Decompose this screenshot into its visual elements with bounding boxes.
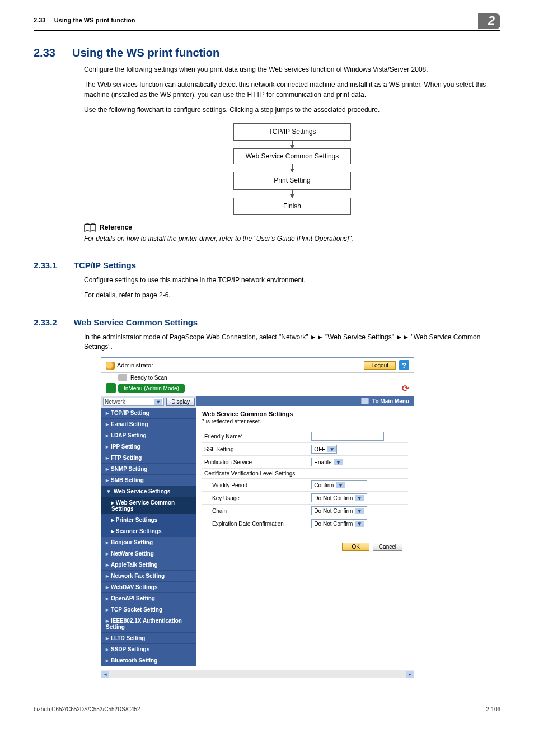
sidebar-item-label: Bluetooth Setting bbox=[111, 657, 157, 664]
sidebar-item-label: AppleTalk Setting bbox=[111, 562, 158, 568]
cancel-button[interactable]: Cancel bbox=[373, 543, 402, 551]
chevron-down-icon: ▼ bbox=[327, 446, 336, 452]
sidebar-item-ssdp[interactable]: ▸SSDP Settings bbox=[101, 644, 196, 655]
s1-title: TCP/IP Settings bbox=[74, 260, 136, 270]
flowchart: TCP/IP Settings Web Service Common Setti… bbox=[233, 123, 351, 216]
sidebar-item-wss[interactable]: ▼Web Service Settings bbox=[101, 486, 196, 497]
flow-print[interactable]: Print Setting bbox=[233, 172, 351, 189]
sidebar-item-ipp[interactable]: ▸IPP Setting bbox=[101, 441, 196, 452]
sidebar-item-label: SNMP Setting bbox=[111, 466, 147, 472]
sidebar: Network ▼ Display ▸TCP/IP Setting ▸E-mai… bbox=[101, 396, 196, 670]
sidebar-item-email[interactable]: ▸E-mail Setting bbox=[101, 419, 196, 430]
s2-num: 2.33.2 bbox=[34, 318, 57, 327]
category-select[interactable]: Network ▼ bbox=[103, 398, 164, 406]
sidebar-item-webdav[interactable]: ▸WebDAV Settings bbox=[101, 582, 196, 593]
sidebar-item-appletalk[interactable]: ▸AppleTalk Setting bbox=[101, 559, 196, 571]
sidebar-item-smb[interactable]: ▸SMB Setting bbox=[101, 475, 196, 486]
chain-label: Chain bbox=[202, 505, 309, 517]
sidebar-item-label: LDAP Setting bbox=[111, 432, 147, 438]
sidebar-item-label: FTP Setting bbox=[111, 455, 142, 461]
sidebar-item-tcpsock[interactable]: ▸TCP Socket Setting bbox=[101, 604, 196, 615]
expiration-select[interactable]: Do Not Confirm▼ bbox=[311, 519, 367, 528]
cert-level-label: Certificate Verification Level Settings bbox=[202, 469, 408, 479]
sidebar-item-lltd[interactable]: ▸LLTD Setting bbox=[101, 633, 196, 644]
sidebar-item-label: Web Service Settings bbox=[114, 488, 171, 494]
reference-text: For details on how to install the printe… bbox=[84, 234, 500, 244]
sidebar-item-label: Scanner Settings bbox=[116, 528, 162, 534]
scroll-left-icon[interactable]: ◂ bbox=[101, 671, 109, 678]
sidebar-item-ieee[interactable]: ▸IEEE802.1X Authentication Setting bbox=[101, 615, 196, 633]
sidebar-item-label: SSDP Settings bbox=[111, 646, 149, 652]
sidebar-item-netware[interactable]: ▸NetWare Setting bbox=[101, 548, 196, 559]
s2-p1: In the administrator mode of PageScope W… bbox=[84, 333, 500, 352]
admin-ui-screenshot: Administrator Logout ? Ready to Scan InM… bbox=[101, 357, 414, 678]
book-icon bbox=[84, 223, 96, 232]
sidebar-item-label: TCP/IP Setting bbox=[111, 410, 149, 416]
intro-p1: Configure the following settings when yo… bbox=[84, 65, 500, 74]
s1-p2: For details, refer to page 2-6. bbox=[84, 291, 500, 300]
intro-p2: The Web services function can automatica… bbox=[84, 80, 500, 100]
sidebar-item-openapi[interactable]: ▸OpenAPI Setting bbox=[101, 593, 196, 604]
form-note: * is reflected after reset. bbox=[202, 418, 408, 424]
sidebar-item-label: Network Fax Setting bbox=[111, 573, 165, 579]
validity-select[interactable]: Confirm▼ bbox=[311, 480, 367, 489]
sidebar-sub-printer[interactable]: ▸ Printer Settings bbox=[101, 515, 196, 526]
flow-tcpip[interactable]: TCP/IP Settings bbox=[233, 123, 351, 141]
horizontal-scrollbar[interactable]: ◂ ▸ bbox=[101, 670, 414, 678]
chevron-down-icon: ▼ bbox=[355, 521, 364, 527]
ssl-select[interactable]: OFF▼ bbox=[311, 445, 337, 454]
header-section-title: Using the WS print function bbox=[54, 17, 135, 24]
logout-button[interactable]: Logout bbox=[364, 361, 396, 370]
administrator-label: Administrator bbox=[106, 362, 153, 368]
h1-num: 2.33 bbox=[34, 46, 55, 59]
friendly-name-label: Friendly Name* bbox=[202, 430, 309, 443]
scroll-right-icon[interactable]: ▸ bbox=[406, 671, 414, 678]
sidebar-sub-scanner[interactable]: ▸ Scanner Settings bbox=[101, 526, 196, 537]
sidebar-item-bonjour[interactable]: ▸Bonjour Setting bbox=[101, 537, 196, 548]
display-button[interactable]: Display bbox=[166, 398, 195, 406]
friendly-name-input[interactable] bbox=[311, 432, 384, 441]
sidebar-item-label: WebDAV Settings bbox=[111, 584, 158, 590]
form-title: Web Service Common Settings bbox=[202, 410, 408, 417]
sidebar-item-bt[interactable]: ▸Bluetooth Setting bbox=[101, 655, 196, 666]
chapter-badge: 2 bbox=[478, 13, 500, 29]
refresh-icon[interactable]: ⟳ bbox=[402, 383, 409, 394]
help-button[interactable]: ? bbox=[399, 360, 409, 370]
flow-wscs[interactable]: Web Service Common Settings bbox=[233, 148, 351, 164]
sidebar-item-label: E-mail Setting bbox=[111, 421, 148, 427]
to-main-menu-link[interactable]: To Main Menu bbox=[372, 398, 409, 404]
s2-title: Web Service Common Settings bbox=[74, 318, 198, 327]
chevron-down-icon: ▼ bbox=[336, 482, 345, 488]
sidebar-item-label: SMB Setting bbox=[111, 477, 144, 483]
keyusage-label: Key Usage bbox=[202, 492, 309, 505]
keyusage-select[interactable]: Do Not Confirm▼ bbox=[311, 493, 367, 502]
h1-text: Using the WS print function bbox=[72, 46, 219, 59]
sidebar-sub-wscs[interactable]: ▸ Web Service Common Settings bbox=[101, 497, 196, 515]
flow-arrow bbox=[292, 190, 293, 198]
header-section-num: 2.33 bbox=[34, 17, 45, 24]
s1-num: 2.33.1 bbox=[34, 260, 57, 270]
sidebar-item-netfax[interactable]: ▸Network Fax Setting bbox=[101, 571, 196, 582]
pubservice-select[interactable]: Enable▼ bbox=[311, 458, 343, 466]
sidebar-item-tcpip[interactable]: ▸TCP/IP Setting bbox=[101, 408, 196, 419]
sidebar-item-snmp[interactable]: ▸SNMP Setting bbox=[101, 464, 196, 475]
select-value: Do Not Confirm bbox=[312, 495, 355, 501]
chain-select[interactable]: Do Not Confirm▼ bbox=[311, 506, 367, 515]
select-value: Do Not Confirm bbox=[312, 521, 355, 527]
chevron-down-icon: ▼ bbox=[154, 399, 162, 405]
ok-button[interactable]: OK bbox=[342, 543, 369, 551]
sidebar-item-label: LLTD Setting bbox=[111, 635, 145, 641]
sidebar-item-ldap[interactable]: ▸LDAP Setting bbox=[101, 430, 196, 441]
sidebar-item-ftp[interactable]: ▸FTP Setting bbox=[101, 452, 196, 464]
category-select-value: Network bbox=[105, 399, 125, 405]
intro-p3: Use the following flowchart to configure… bbox=[84, 105, 500, 115]
sidebar-item-label: IPP Setting bbox=[111, 444, 140, 450]
status-text: Ready to Scan bbox=[101, 373, 414, 382]
s1-p1: Configure settings to use this machine i… bbox=[84, 276, 500, 285]
sidebar-item-label: Printer Settings bbox=[116, 517, 157, 523]
footer-page: 2-106 bbox=[486, 706, 500, 712]
flow-finish: Finish bbox=[233, 198, 351, 215]
to-main-icon bbox=[361, 398, 369, 404]
expiration-label: Expiration Date Confirmation bbox=[202, 517, 309, 530]
sidebar-item-label: Bonjour Setting bbox=[111, 539, 153, 545]
